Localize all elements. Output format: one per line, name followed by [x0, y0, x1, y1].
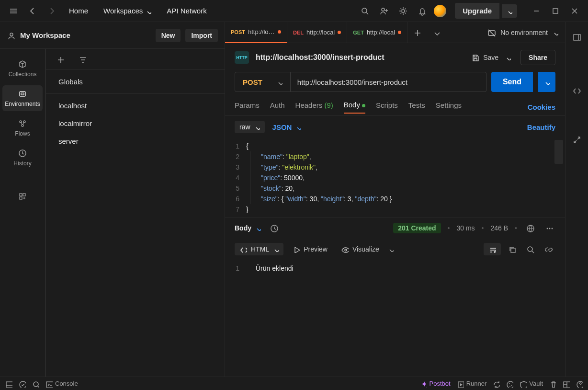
send-button[interactable]: Send — [491, 72, 533, 92]
chevron-down-icon[interactable] — [553, 30, 558, 35]
footer-help-icon[interactable] — [576, 380, 583, 388]
avatar[interactable] — [433, 4, 447, 18]
footer-console[interactable]: Console — [45, 380, 78, 388]
nav-back[interactable] — [24, 2, 41, 20]
response-body-select[interactable]: Body — [235, 224, 261, 232]
method-select[interactable]: POST — [235, 72, 291, 92]
body-format-select[interactable]: JSON — [272, 123, 302, 131]
minimap[interactable] — [554, 140, 563, 164]
sidebar-collections[interactable]: Collections — [2, 56, 43, 81]
tab-headers[interactable]: Headers (9) — [295, 101, 333, 113]
footer-cookies-icon[interactable] — [506, 380, 513, 388]
env-selector[interactable]: No environment — [500, 29, 548, 36]
response-body-editor[interactable]: 1Ürün eklendi — [225, 260, 565, 276]
footer-layout-icon[interactable] — [562, 380, 570, 388]
tab-options[interactable] — [427, 24, 446, 41]
tab-body[interactable]: Body — [344, 101, 365, 114]
request-tab[interactable]: GEThttp://local — [347, 22, 407, 43]
tab-url: http://local — [306, 29, 335, 36]
request-tab[interactable]: DELhttp://local — [287, 22, 347, 43]
footer-panel-icon[interactable] — [5, 380, 12, 388]
sidebar-history[interactable]: History — [2, 145, 43, 171]
response-more-icon[interactable] — [543, 222, 555, 234]
window-close[interactable] — [566, 2, 583, 20]
share-button[interactable]: Share — [520, 50, 555, 65]
sidebar-environments[interactable]: Environments — [2, 85, 43, 111]
unsaved-dot-icon — [338, 31, 341, 34]
env-item[interactable]: localhost — [46, 97, 225, 115]
filter-env-button[interactable] — [74, 51, 91, 68]
footer-find-icon[interactable] — [32, 380, 39, 388]
preview-button[interactable]: Preview — [287, 243, 332, 255]
nav-api-network[interactable]: API Network — [160, 3, 213, 19]
wrap-lines-button[interactable] — [484, 243, 501, 255]
footer-runner[interactable]: Runner — [456, 380, 487, 388]
footer-postbot[interactable]: Postbot — [419, 380, 451, 388]
env-globals[interactable]: Globals — [46, 73, 225, 91]
hamburger-menu[interactable] — [5, 2, 22, 20]
notifications-icon[interactable] — [414, 2, 431, 20]
import-button[interactable]: Import — [185, 29, 218, 42]
workspace-name[interactable]: My Workspace — [20, 31, 151, 39]
code-icon[interactable] — [568, 82, 586, 100]
network-icon[interactable] — [524, 222, 536, 234]
invite-icon[interactable] — [375, 2, 393, 20]
user-icon — [7, 31, 15, 40]
tab-method: DEL — [293, 30, 304, 35]
save-button[interactable]: Save — [468, 50, 514, 65]
visualize-button[interactable]: Visualize — [336, 243, 384, 255]
nav-workspaces-label: Workspaces — [103, 7, 143, 15]
footer-vault[interactable]: Vault — [519, 380, 543, 388]
tab-auth[interactable]: Auth — [270, 101, 285, 113]
link-response-button[interactable] — [541, 242, 555, 256]
tab-url: http://loca — [248, 28, 275, 35]
tab-url: http://local — [367, 29, 395, 36]
chevron-down-icon[interactable] — [388, 246, 394, 252]
settings-icon[interactable] — [395, 2, 412, 20]
response-size: 246 B — [491, 224, 509, 232]
nav-forward[interactable] — [43, 2, 60, 20]
request-title[interactable]: http://localhost:3000/insert-product — [256, 53, 461, 62]
add-env-button[interactable] — [52, 51, 69, 68]
new-button[interactable]: New — [156, 29, 181, 42]
response-text: Ürün eklendi — [246, 263, 294, 274]
upgrade-button[interactable]: Upgrade — [455, 3, 499, 19]
cookies-link[interactable]: Cookies — [528, 103, 555, 111]
upgrade-dropdown[interactable] — [502, 4, 517, 18]
request-body-editor[interactable]: 1{2"name": "laptop",3"type": "elektronik… — [225, 138, 565, 218]
env-item[interactable]: localmirror — [46, 115, 225, 132]
url-input[interactable]: http://localhost:3000/insert-product — [291, 72, 486, 92]
send-dropdown[interactable] — [538, 72, 555, 92]
footer-sync-icon[interactable] — [18, 380, 26, 388]
response-status: 201 Created — [393, 223, 441, 233]
response-history-icon[interactable] — [268, 222, 280, 234]
body-type-select[interactable]: raw — [235, 121, 265, 133]
expand-icon[interactable] — [568, 131, 586, 149]
response-time: 30 ms — [456, 224, 475, 232]
tab-scripts[interactable]: Scripts — [376, 101, 398, 113]
footer-capture-icon[interactable] — [492, 380, 500, 388]
nav-workspaces[interactable]: Workspaces — [97, 3, 158, 19]
sidebar-flows[interactable]: Flows — [2, 115, 43, 141]
chevron-down-icon — [146, 8, 151, 14]
footer-trash-icon[interactable] — [549, 380, 556, 388]
response-format-select[interactable]: HTML — [235, 243, 283, 255]
sidebar-toggle-icon[interactable] — [568, 29, 586, 46]
tab-settings[interactable]: Settings — [436, 101, 462, 113]
tab-tests[interactable]: Tests — [408, 101, 425, 113]
env-item[interactable]: server — [46, 132, 225, 150]
request-tab[interactable]: POSThttp://loca — [225, 22, 287, 43]
nav-home[interactable]: Home — [62, 3, 95, 19]
unsaved-dot-icon — [278, 30, 281, 34]
window-maximize[interactable] — [547, 2, 564, 20]
tab-params[interactable]: Params — [235, 101, 260, 113]
window-minimize[interactable] — [528, 2, 545, 20]
http-badge-icon: HTTP — [235, 51, 249, 64]
sidebar-configure[interactable] — [2, 188, 43, 205]
new-tab-button[interactable] — [407, 24, 427, 41]
search-response-button[interactable] — [523, 242, 537, 256]
copy-response-button[interactable] — [505, 242, 519, 256]
beautify-button[interactable]: Beautify — [527, 123, 555, 131]
search-icon[interactable] — [356, 2, 373, 20]
tab-method: POST — [231, 29, 245, 35]
